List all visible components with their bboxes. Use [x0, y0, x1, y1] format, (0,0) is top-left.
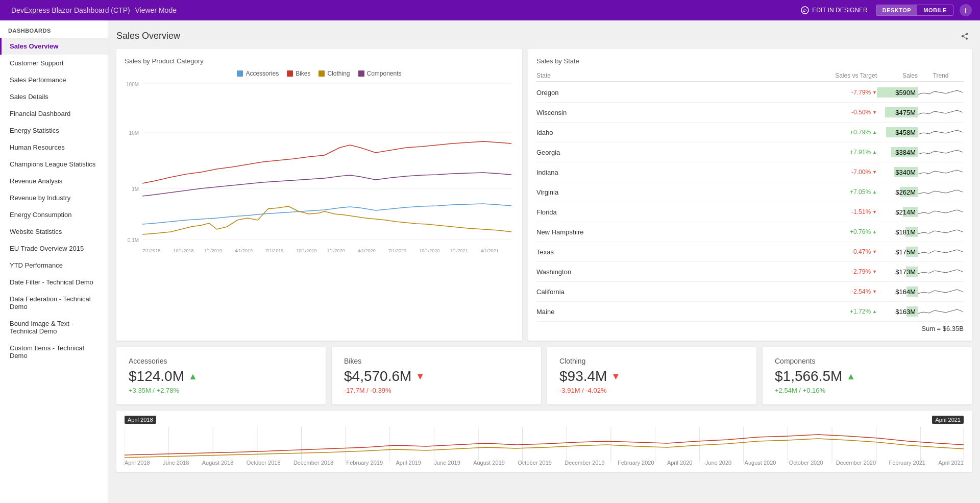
page-title: Sales Overview [116, 31, 180, 41]
page-header: Sales Overview [116, 29, 972, 43]
svg-text:4/1/2020: 4/1/2020 [358, 248, 376, 253]
timeline-card: April 2018 April 2021 [116, 411, 972, 472]
svg-text:4/1/2021: 4/1/2021 [481, 248, 499, 253]
share-button[interactable] [958, 29, 972, 43]
state-name: Indiana [536, 169, 816, 176]
timeline-end-date: April 2021 [932, 416, 964, 424]
state-sales-cell: $164M [877, 286, 918, 297]
legend-clothing: Clothing [318, 70, 350, 77]
state-sales-value: $458M [877, 129, 918, 136]
charts-row: Sales by Product Category Accessories Bi… [116, 49, 972, 341]
sidebar-item-11[interactable]: Website Statistics [0, 223, 108, 240]
state-trend-sparkline [918, 225, 963, 239]
state-trend-sparkline [918, 245, 963, 259]
svg-text:1M: 1M [132, 186, 139, 192]
sidebar-item-9[interactable]: Revenue by Industry [0, 189, 108, 206]
sidebar-item-10[interactable]: Energy Consumption [0, 206, 108, 223]
legend-clothing-dot [318, 70, 325, 77]
trend-col-header: Trend [918, 72, 964, 79]
svg-text:0.1M: 0.1M [128, 237, 139, 243]
sidebar-item-1[interactable]: Customer Support [0, 55, 108, 71]
edit-in-designer-button[interactable]: EDIT IN DESIGNER [801, 6, 867, 14]
svg-text:1/1/2021: 1/1/2021 [450, 248, 468, 253]
state-trend-sparkline [918, 304, 963, 319]
legend-bikes-dot [287, 70, 293, 77]
kpi-card-1: Bikes $4,570.6M ▼ -17.7M / -0.39% [332, 347, 541, 404]
state-name: Texas [536, 248, 816, 256]
edit-btn-label: EDIT IN DESIGNER [812, 7, 867, 14]
timeline-area: April 2018 April 2021 [125, 417, 964, 458]
svg-text:7/1/2019: 7/1/2019 [265, 248, 283, 253]
sidebar-item-8[interactable]: Revenue Analysis [0, 173, 108, 189]
state-vs-target: -1.51% ▼ [816, 208, 877, 215]
svg-text:10M: 10M [129, 130, 139, 136]
state-vs-target: +7.05% ▲ [816, 188, 877, 196]
table-row: Indiana -7.00% ▼ $340M [536, 162, 964, 182]
state-sales-value: $262M [877, 188, 918, 196]
state-name: Virginia [536, 188, 816, 196]
sidebar-item-5[interactable]: Energy Statistics [0, 122, 108, 139]
state-sales-cell: $173M [877, 267, 918, 277]
app-title-text: DevExpress Blazor Dashboard (CTP) [11, 6, 130, 14]
kpi-card-2: Clothing $93.4M ▼ -3.91M / -4.02% [547, 347, 756, 404]
kpi-arrow: ▲ [846, 371, 855, 382]
kpi-change: +2.54M / +0.16% [775, 387, 960, 394]
state-table: State Sales vs Target Sales Trend Oregon… [536, 70, 964, 332]
sidebar-item-6[interactable]: Human Resources [0, 139, 108, 156]
state-vs-target: +7.91% ▲ [816, 149, 877, 156]
state-sales-value: $384M [877, 149, 918, 156]
table-row: California -2.54% ▼ $164M [536, 282, 964, 302]
sidebar-item-12[interactable]: EU Trade Overview 2015 [0, 240, 108, 257]
state-sales-cell: $590M [877, 87, 918, 98]
app-title: DevExpress Blazor Dashboard (CTP) Viewer… [8, 6, 177, 14]
kpi-value: $124.0M ▲ [129, 368, 313, 385]
sidebar-item-7[interactable]: Champions League Statistics [0, 156, 108, 173]
desktop-mode-button[interactable]: DESKTOP [876, 5, 917, 15]
legend-accessories-label: Accessories [246, 70, 279, 77]
kpi-label: Components [775, 357, 960, 365]
state-sales-cell: $175M [877, 247, 918, 257]
sidebar-item-16[interactable]: Bound Image & Text - Technical Demo [0, 315, 108, 340]
state-name: Florida [536, 208, 816, 216]
product-chart-legend: Accessories Bikes Clothing Components [125, 70, 514, 77]
state-sales-value: $175M [877, 248, 918, 256]
sidebar-item-3[interactable]: Sales Details [0, 88, 108, 105]
state-trend-sparkline [918, 145, 963, 159]
state-name: Wisconsin [536, 109, 816, 116]
state-trend-sparkline [918, 85, 963, 100]
state-name: Idaho [536, 129, 816, 136]
table-row: Texas -0.47% ▼ $175M [536, 242, 964, 262]
sidebar-item-15[interactable]: Data Federation - Technical Demo [0, 291, 108, 315]
sidebar-item-13[interactable]: YTD Performance [0, 257, 108, 274]
sidebar-item-0[interactable]: Sales Overview [0, 38, 108, 55]
kpi-change: -17.7M / -0.39% [344, 387, 529, 394]
state-sales-cell: $181M [877, 227, 918, 237]
sales-col-header: Sales [877, 72, 918, 79]
state-trend-sparkline [918, 125, 963, 139]
sidebar-item-14[interactable]: Date Filter - Technical Demo [0, 274, 108, 291]
legend-accessories-dot [237, 70, 243, 77]
sidebar-item-2[interactable]: Sales Performance [0, 71, 108, 88]
mobile-mode-button[interactable]: MOBILE [917, 5, 953, 15]
state-vs-target: +0.79% ▲ [816, 129, 877, 136]
legend-components-label: Components [367, 70, 402, 77]
svg-text:4/1/2019: 4/1/2019 [235, 248, 253, 253]
product-chart-area: 100M 10M 1M 0.1M 7/1/2018 10/1/2018 1/1/… [125, 81, 514, 255]
state-trend-sparkline [918, 284, 963, 299]
state-sales-value: $181M [877, 228, 918, 236]
vs-target-col-header: Sales vs Target [816, 72, 877, 79]
kpi-value: $4,570.6M ▼ [344, 368, 529, 385]
sidebar-section-title: DASHBOARDS [0, 20, 108, 38]
sidebar-item-17[interactable]: Custom Items - Technical Demo [0, 340, 108, 364]
sidebar-item-4[interactable]: Financial Dashboard [0, 105, 108, 122]
table-row: Wisconsin -0.50% ▼ $475M [536, 103, 964, 123]
state-trend-sparkline [918, 105, 963, 119]
product-chart-svg: 100M 10M 1M 0.1M 7/1/2018 10/1/2018 1/1/… [125, 81, 514, 255]
info-button[interactable]: i [960, 4, 972, 16]
table-row: Maine +1.72% ▲ $163M [536, 302, 964, 322]
state-vs-target: +1.72% ▲ [816, 308, 877, 315]
kpi-arrow: ▼ [611, 371, 620, 382]
svg-text:10/1/2020: 10/1/2020 [419, 248, 439, 253]
kpi-value: $1,566.5M ▲ [775, 368, 960, 385]
timeline-start-date: April 2018 [125, 416, 156, 424]
